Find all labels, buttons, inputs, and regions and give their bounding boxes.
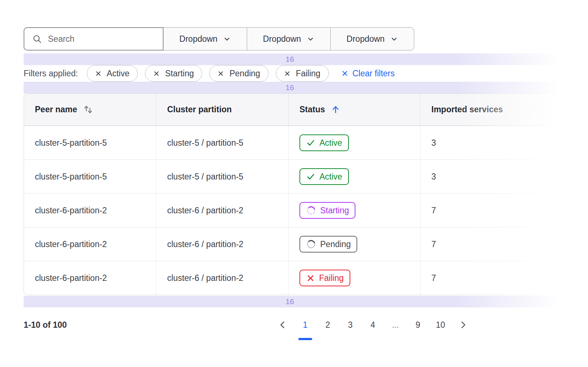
status-badge-pending: Pending [299, 236, 357, 253]
remove-filter-icon[interactable] [153, 70, 160, 77]
cell-imported-services: 7 [420, 194, 553, 227]
pagination-summary: 1-10 of 100 [24, 320, 67, 330]
clear-filters-label: Clear filters [353, 69, 395, 78]
filters-applied-label: Filters applied: [24, 69, 78, 78]
sort-ascending-icon [331, 105, 341, 114]
cell-cluster-partition: cluster-5 / partition-5 [156, 160, 288, 193]
clear-filters-button[interactable]: Clear filters [341, 69, 395, 78]
filter-chip-label: Active [107, 69, 130, 78]
pagination: 1-10 of 100 1 2 3 4 ... 9 10 [24, 317, 474, 333]
cell-peer-name: cluster-6-partition-2 [24, 194, 156, 227]
status-badge-label: Pending [320, 239, 351, 249]
spacing-annotation: 16 [24, 53, 556, 65]
remove-filter-icon[interactable] [218, 70, 224, 77]
filter-chip-label: Starting [165, 69, 194, 78]
page-ellipsis: ... [388, 318, 403, 332]
dropdown-button-1[interactable]: Dropdown [163, 27, 247, 51]
clear-filters-icon [341, 70, 349, 77]
page-button-2[interactable]: 2 [321, 318, 335, 332]
sort-unsorted-icon [83, 104, 93, 115]
page: Dropdown Dropdown Dropdown 16 [0, 0, 588, 367]
column-header-cluster-partition[interactable]: Cluster partition [156, 94, 288, 125]
check-icon [306, 138, 315, 148]
cell-status: Active [288, 160, 420, 193]
dropdown-button-2[interactable]: Dropdown [247, 27, 331, 51]
search-icon [32, 34, 42, 44]
next-page-button[interactable] [456, 318, 470, 332]
status-badge-label: Active [319, 172, 342, 182]
x-icon [306, 274, 315, 283]
cell-status: Failing [288, 261, 420, 295]
dropdown-label: Dropdown [180, 34, 218, 44]
table-row: cluster-5-partition-5 cluster-5 / partit… [24, 126, 553, 160]
status-badge-active: Active [299, 168, 349, 185]
cell-peer-name: cluster-5-partition-5 [24, 126, 156, 160]
table-row: cluster-6-partition-2 cluster-6 / partit… [24, 227, 553, 261]
search-input[interactable] [48, 34, 157, 44]
remove-filter-icon[interactable] [95, 70, 101, 77]
table-header-row: Peer name Cluster partition Status Impor… [24, 94, 553, 126]
remove-filter-icon[interactable] [284, 70, 290, 77]
cell-status: Pending [288, 227, 420, 261]
chevron-down-icon [390, 35, 398, 43]
cell-imported-services: 3 [420, 160, 553, 193]
peers-table: Peer name Cluster partition Status Impor… [24, 93, 553, 295]
cell-imported-services: 3 [420, 126, 553, 160]
status-badge-failing: Failing [299, 270, 350, 286]
filter-chips: Active Starting Pending [87, 65, 329, 82]
spinner-icon [306, 239, 316, 249]
column-header-label: Status [299, 105, 325, 114]
chevron-right-icon [458, 320, 468, 330]
filter-chip-label: Failing [296, 69, 321, 78]
cell-status: Active [288, 126, 420, 160]
filter-toolbar: Dropdown Dropdown Dropdown [24, 27, 415, 51]
column-header-imported-services[interactable]: Imported services [420, 94, 553, 125]
table-row: cluster-5-partition-5 cluster-5 / partit… [24, 160, 553, 193]
dropdown-button-3[interactable]: Dropdown [330, 27, 414, 51]
spacing-annotation-label: 16 [286, 297, 294, 306]
column-header-label: Cluster partition [167, 105, 232, 114]
chevron-left-icon [278, 320, 287, 330]
search-box[interactable] [24, 27, 164, 51]
status-badge-label: Starting [320, 206, 349, 215]
pagination-nav: 1 2 3 4 ... 9 10 [271, 318, 474, 332]
page-button-9[interactable]: 9 [411, 318, 425, 332]
spacing-annotation-label: 16 [286, 55, 294, 64]
cell-imported-services: 7 [420, 227, 553, 261]
spacing-annotation: 16 [24, 296, 556, 307]
chevron-down-icon [307, 35, 314, 43]
dropdown-label: Dropdown [263, 34, 301, 44]
filters-applied-row: Filters applied: Active Starting [24, 65, 588, 82]
cell-status: Starting [288, 194, 420, 227]
previous-page-button[interactable] [275, 318, 290, 332]
spacing-annotation: 16 [24, 82, 556, 93]
filter-chip-pending[interactable]: Pending [209, 65, 268, 82]
cell-peer-name: cluster-5-partition-5 [24, 160, 156, 193]
dropdown-label: Dropdown [347, 34, 385, 44]
filter-chip-starting[interactable]: Starting [145, 65, 202, 82]
table-row: cluster-6-partition-2 cluster-6 / partit… [24, 261, 553, 295]
cell-peer-name: cluster-6-partition-2 [24, 227, 156, 261]
cell-cluster-partition: cluster-6 / partition-2 [156, 227, 288, 261]
cell-cluster-partition: cluster-6 / partition-2 [156, 261, 288, 295]
filter-chip-failing[interactable]: Failing [276, 65, 329, 82]
filter-chip-label: Pending [229, 69, 260, 78]
spinner-icon [306, 205, 316, 215]
page-button-1[interactable]: 1 [298, 318, 313, 332]
status-badge-starting: Starting [299, 202, 355, 219]
status-badge-active: Active [299, 134, 349, 151]
spacing-annotation-label: 16 [286, 83, 294, 92]
page-button-3[interactable]: 3 [343, 318, 358, 332]
page-button-10[interactable]: 10 [433, 318, 448, 332]
status-badge-label: Failing [319, 273, 344, 283]
page-button-4[interactable]: 4 [366, 318, 380, 332]
table-row: cluster-6-partition-2 cluster-6 / partit… [24, 193, 553, 227]
column-header-peer-name[interactable]: Peer name [24, 94, 156, 125]
check-icon [306, 172, 315, 181]
cell-cluster-partition: cluster-6 / partition-2 [156, 194, 288, 227]
cell-imported-services: 7 [420, 261, 553, 295]
chevron-down-icon [223, 35, 231, 43]
filter-chip-active[interactable]: Active [87, 65, 138, 82]
column-header-label: Peer name [35, 105, 77, 114]
column-header-status[interactable]: Status [288, 94, 420, 125]
